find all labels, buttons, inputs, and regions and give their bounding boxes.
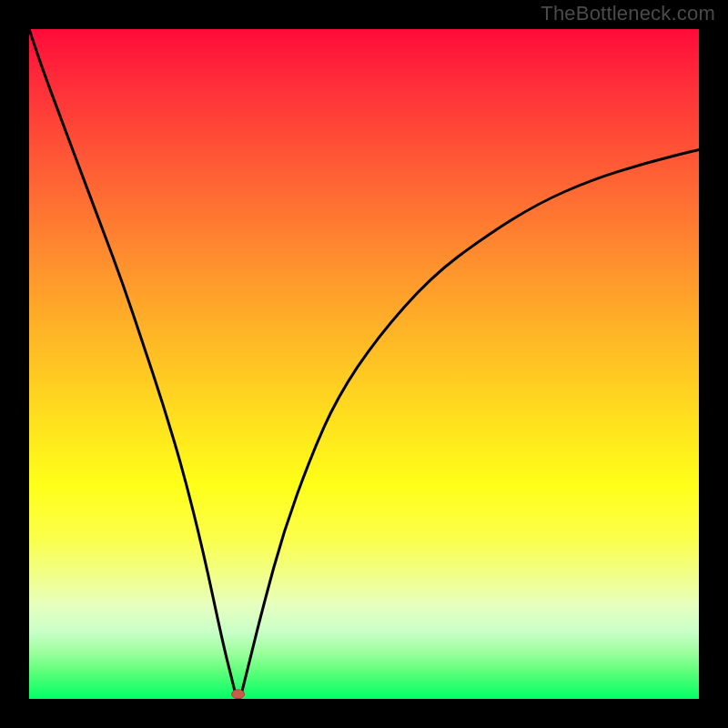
plot-area [29, 29, 699, 699]
watermark-text: TheBottleneck.com [541, 2, 715, 25]
bottleneck-curve [29, 29, 699, 699]
chart-container: TheBottleneck.com [0, 0, 728, 728]
optimal-point-marker [232, 690, 245, 699]
